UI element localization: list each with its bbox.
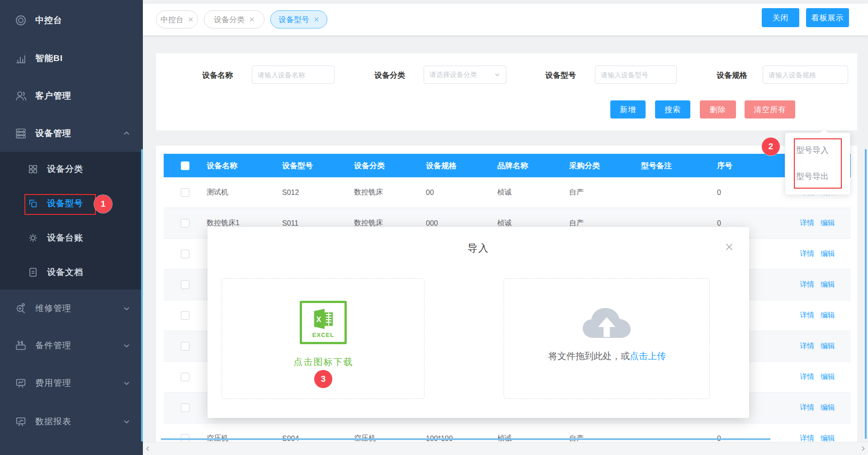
chevron-down-icon <box>123 379 130 387</box>
cell-device-name: 数控铣床1 <box>207 218 282 228</box>
board-display-button[interactable]: 看板展示 <box>806 8 849 27</box>
edit-link[interactable]: 编辑 <box>821 218 835 228</box>
delete-button[interactable]: 删除 <box>700 100 736 118</box>
row-checkbox[interactable] <box>181 250 189 258</box>
horizontal-scrollbar-track[interactable] <box>143 442 868 455</box>
chevron-down-icon <box>494 71 500 78</box>
document-icon <box>28 267 38 277</box>
detail-link[interactable]: 详情 <box>800 280 814 289</box>
sidebar: 中控台 智能BI 客户管理 设备管理 <box>0 0 143 455</box>
file-upload-zone[interactable]: 将文件拖到此处，或点击上传 <box>504 278 710 399</box>
repair-icon <box>15 303 27 314</box>
detail-link[interactable]: 详情 <box>800 341 814 351</box>
sidebar-item-customers[interactable]: 客户管理 <box>0 77 143 115</box>
sidebar-item-spare-parts[interactable]: 备件管理 <box>0 327 143 365</box>
modal-title: 导入 <box>208 242 749 255</box>
sidebar-item-expenses[interactable]: 费用管理 <box>0 364 143 402</box>
scroll-right-arrow-icon[interactable] <box>860 446 866 452</box>
sidebar-item-reports[interactable]: 数据报表 <box>0 403 143 441</box>
customers-icon <box>15 90 27 102</box>
bi-chart-icon <box>15 52 27 64</box>
row-checkbox[interactable] <box>181 373 189 381</box>
cell-purchase-category: 自产 <box>569 188 641 197</box>
tab-console[interactable]: 中控台 <box>156 10 198 28</box>
annotation-step-1: 1 <box>94 195 112 213</box>
menu-item-model-export[interactable]: 型号导出 <box>785 166 851 187</box>
tab-close-icon[interactable] <box>314 17 319 22</box>
horizontal-scrollbar-thumb[interactable] <box>161 438 770 440</box>
device-name-input[interactable] <box>252 66 335 84</box>
annotation-step-2: 2 <box>762 137 780 156</box>
device-model-input[interactable] <box>595 66 677 84</box>
row-checkbox[interactable] <box>181 188 189 197</box>
cell-device-name: 测试机 <box>207 188 282 197</box>
detail-link[interactable]: 详情 <box>800 372 814 382</box>
category-grid-icon <box>28 164 38 174</box>
edit-link[interactable]: 编辑 <box>821 341 835 351</box>
close-button[interactable]: 关闭 <box>762 8 799 27</box>
row-checkbox[interactable] <box>181 219 189 228</box>
filter-label-device-spec: 设备规格 <box>717 70 747 81</box>
menu-item-model-import[interactable]: 型号导入 <box>785 139 851 161</box>
tab-close-icon[interactable] <box>188 17 193 22</box>
sidebar-item-device-docs[interactable]: 设备文档 <box>0 255 143 289</box>
sidebar-item-device-ledger[interactable]: 设备台账 <box>0 221 143 255</box>
modal-close-icon[interactable] <box>725 242 734 251</box>
row-checkbox[interactable] <box>181 403 189 412</box>
vertical-scrollbar-left[interactable] <box>141 149 143 441</box>
chevron-up-icon <box>123 130 130 137</box>
vertical-scrollbar-right[interactable] <box>865 149 867 439</box>
cell-brand-name: 桢诚 <box>497 218 569 228</box>
sidebar-item-bi[interactable]: 智能BI <box>0 39 143 77</box>
devices-submenu: 设备分类 设备型号 设备台账 设备文档 <box>0 152 143 289</box>
clear-all-button[interactable]: 清空所有 <box>745 100 795 118</box>
cell-serial-number: 0 <box>717 219 800 228</box>
reports-icon <box>15 416 27 427</box>
search-button[interactable]: 搜索 <box>655 100 690 118</box>
cell-device-model: S012 <box>282 189 354 197</box>
table-header: 设备名称 设备型号 设备分类 设备规格 品牌名称 采购分类 型号备注 序号 <box>164 154 851 177</box>
import-modal: 导入 X EXCEL 点击图标下载 3 <box>208 227 749 418</box>
row-checkbox[interactable] <box>181 280 189 289</box>
cell-device-category: 数控铣床 <box>354 188 426 197</box>
detail-link[interactable]: 详情 <box>800 403 814 412</box>
upload-hint-text: 将文件拖到此处，或点击上传 <box>504 350 710 362</box>
edit-link[interactable]: 编辑 <box>821 280 835 289</box>
detail-link[interactable]: 详情 <box>800 218 814 228</box>
filter-panel: 设备名称 设备分类 请选择设备分类 设备型号 设备规格 新增 搜索 删除 清空所… <box>156 53 857 130</box>
view-more-dropdown: 型号导入 型号导出 <box>785 133 850 195</box>
sidebar-item-repair[interactable]: 维修管理 <box>0 289 143 327</box>
edit-link[interactable]: 编辑 <box>821 403 835 412</box>
detail-link[interactable]: 详情 <box>800 249 814 259</box>
sidebar-item-device-category[interactable]: 设备分类 <box>0 152 143 186</box>
annotation-step-3: 3 <box>314 370 332 388</box>
device-spec-input[interactable] <box>763 66 848 84</box>
excel-template-download[interactable]: X EXCEL <box>300 301 347 344</box>
table-row: 测试机 S012 数控铣床 00 桢诚 自产 0 详情 编辑 <box>164 177 851 208</box>
spare-parts-icon <box>15 340 27 351</box>
scroll-left-arrow-icon[interactable] <box>145 446 151 452</box>
select-all-checkbox[interactable] <box>181 161 189 170</box>
edit-link[interactable]: 编辑 <box>821 372 835 382</box>
click-upload-link[interactable]: 点击上传 <box>630 351 666 361</box>
download-hint-text: 点击图标下载 <box>222 356 425 368</box>
template-download-zone: X EXCEL 点击图标下载 3 <box>222 278 425 399</box>
tab-device-category[interactable]: 设备分类 <box>204 10 264 28</box>
detail-link[interactable]: 详情 <box>800 311 814 320</box>
add-button[interactable]: 新增 <box>610 100 646 118</box>
row-checkbox[interactable] <box>181 342 189 351</box>
ledger-gear-icon <box>28 233 38 243</box>
chevron-down-icon <box>123 305 130 312</box>
edit-link[interactable]: 编辑 <box>821 249 835 259</box>
row-checkbox[interactable] <box>181 311 189 320</box>
cell-device-spec: 00 <box>426 189 497 197</box>
tab-device-model[interactable]: 设备型号 <box>270 10 327 28</box>
device-category-select[interactable]: 请选择设备分类 <box>424 66 506 84</box>
devices-icon <box>15 128 27 139</box>
sidebar-item-devices[interactable]: 设备管理 <box>0 115 143 152</box>
tab-close-icon[interactable] <box>249 17 255 22</box>
edit-link[interactable]: 编辑 <box>821 311 835 320</box>
sidebar-item-console[interactable]: 中控台 <box>0 1 143 39</box>
cell-purchase-category: 自产 <box>569 218 641 228</box>
sidebar-item-device-model[interactable]: 设备型号 <box>0 186 143 221</box>
